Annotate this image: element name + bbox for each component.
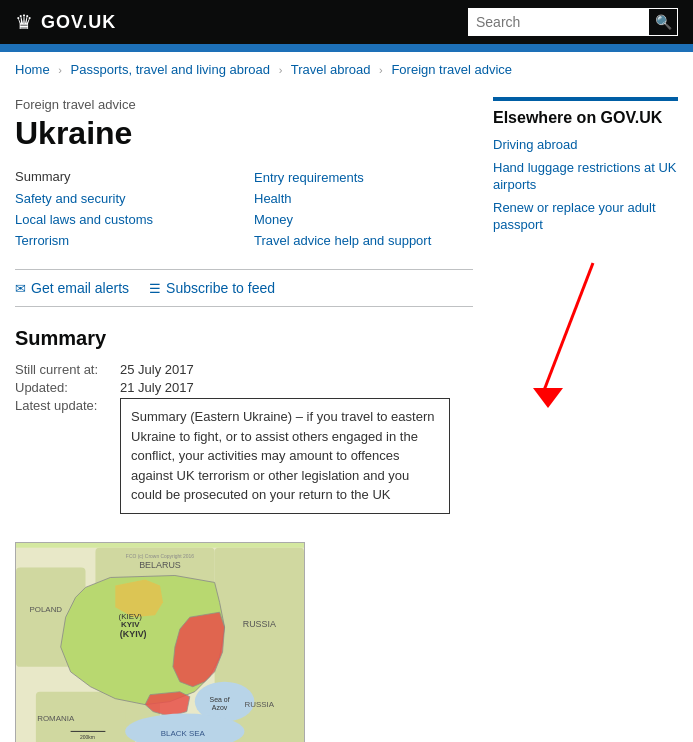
breadcrumb-passports[interactable]: Passports, travel and living abroad xyxy=(71,62,270,77)
svg-text:RUSSIA: RUSSIA xyxy=(243,619,276,629)
summary-section-title: Summary xyxy=(15,327,473,350)
updated-row: Updated: 21 July 2017 xyxy=(15,380,473,395)
nav-link-safety[interactable]: Safety and security xyxy=(15,190,234,207)
sidebar: Elsewhere on GOV.UK Driving abroad Hand … xyxy=(493,97,678,742)
svg-line-22 xyxy=(543,263,593,393)
blue-accent-bar xyxy=(0,44,693,52)
gov-uk-brand-text: GOV.UK xyxy=(41,12,116,33)
page-category: Foreign travel advice xyxy=(15,97,473,112)
breadcrumb-home[interactable]: Home xyxy=(15,62,50,77)
search-form: 🔍 xyxy=(468,8,678,36)
breadcrumb-separator: › xyxy=(58,64,62,76)
arrow-svg xyxy=(493,243,633,423)
subscribe-feed-label: Subscribe to feed xyxy=(166,280,275,296)
latest-update-text: Summary (Eastern Ukraine) – if you trave… xyxy=(131,409,434,502)
search-button[interactable]: 🔍 xyxy=(648,8,678,36)
breadcrumb-travel-abroad[interactable]: Travel abroad xyxy=(291,62,371,77)
still-current-row: Still current at: 25 July 2017 xyxy=(15,362,473,377)
still-current-label: Still current at: xyxy=(15,362,120,377)
svg-text:BELARUS: BELARUS xyxy=(139,559,181,569)
svg-text:BLACK SEA: BLACK SEA xyxy=(161,729,206,738)
svg-text:(KIEV): (KIEV) xyxy=(119,612,143,621)
nav-link-entry-requirements[interactable]: Entry requirements xyxy=(254,169,473,186)
nav-summary-label: Summary xyxy=(15,169,234,186)
summary-info-table: Still current at: 25 July 2017 Updated: … xyxy=(15,362,473,530)
sidebar-link-driving[interactable]: Driving abroad xyxy=(493,137,678,154)
main-container: Foreign travel advice Ukraine Summary En… xyxy=(0,87,693,742)
page-title: Ukraine xyxy=(15,116,473,151)
nav-link-terrorism[interactable]: Terrorism xyxy=(15,232,234,249)
map-container: (KYIV) KYIV (KIEV) BELARUS RUSSIA ROMANI… xyxy=(15,542,473,742)
content-area: Foreign travel advice Ukraine Summary En… xyxy=(15,97,473,742)
email-icon: ✉ xyxy=(15,281,26,296)
breadcrumb-foreign-travel-advice[interactable]: Foreign travel advice xyxy=(391,62,512,77)
updated-label: Updated: xyxy=(15,380,120,395)
updated-value: 21 July 2017 xyxy=(120,380,194,395)
site-header: ♛ GOV.UK 🔍 xyxy=(0,0,693,44)
gov-uk-logo: ♛ GOV.UK xyxy=(15,10,116,34)
breadcrumb-separator: › xyxy=(279,64,283,76)
alert-bar: ✉ Get email alerts ☰ Subscribe to feed xyxy=(15,269,473,307)
svg-marker-23 xyxy=(533,388,563,408)
still-current-value: 25 July 2017 xyxy=(120,362,194,377)
svg-text:KYIV: KYIV xyxy=(121,620,140,629)
svg-text:POLAND: POLAND xyxy=(29,605,62,614)
nav-link-health[interactable]: Health xyxy=(254,190,473,207)
email-alerts-link[interactable]: ✉ Get email alerts xyxy=(15,280,129,296)
svg-text:(KYIV): (KYIV) xyxy=(120,629,147,639)
svg-text:Sea of: Sea of xyxy=(210,695,230,702)
svg-text:ROMANIA: ROMANIA xyxy=(37,714,75,723)
search-icon: 🔍 xyxy=(655,14,672,30)
svg-text:RUSSIA: RUSSIA xyxy=(245,699,275,708)
email-alerts-label: Get email alerts xyxy=(31,280,129,296)
latest-update-row: Latest update: Summary (Eastern Ukraine)… xyxy=(15,398,473,530)
sidebar-title: Elsewhere on GOV.UK xyxy=(493,97,678,127)
feed-icon: ☰ xyxy=(149,281,161,296)
sidebar-link-passport[interactable]: Renew or replace your adult passport xyxy=(493,200,678,234)
nav-links: Summary Entry requirements Safety and se… xyxy=(15,169,473,249)
breadcrumb: Home › Passports, travel and living abro… xyxy=(0,52,693,87)
nav-link-money[interactable]: Money xyxy=(254,211,473,228)
crown-icon: ♛ xyxy=(15,10,33,34)
svg-text:200km: 200km xyxy=(80,735,95,740)
search-input[interactable] xyxy=(468,8,648,36)
arrow-annotation xyxy=(493,243,678,423)
subscribe-feed-link[interactable]: ☰ Subscribe to feed xyxy=(149,280,275,296)
nav-link-travel-help[interactable]: Travel advice help and support xyxy=(254,232,473,249)
latest-update-box: Summary (Eastern Ukraine) – if you trave… xyxy=(120,398,450,514)
svg-text:Azov: Azov xyxy=(212,703,228,710)
nav-link-local-laws[interactable]: Local laws and customs xyxy=(15,211,234,228)
latest-update-label: Latest update: xyxy=(15,398,120,530)
breadcrumb-separator: › xyxy=(379,64,383,76)
ukraine-map: (KYIV) KYIV (KIEV) BELARUS RUSSIA ROMANI… xyxy=(15,542,305,742)
svg-text:FCO (c) Crown Copyright 2016: FCO (c) Crown Copyright 2016 xyxy=(126,553,195,558)
sidebar-link-hand-luggage[interactable]: Hand luggage restrictions at UK airports xyxy=(493,160,678,194)
sidebar-links: Driving abroad Hand luggage restrictions… xyxy=(493,137,678,233)
